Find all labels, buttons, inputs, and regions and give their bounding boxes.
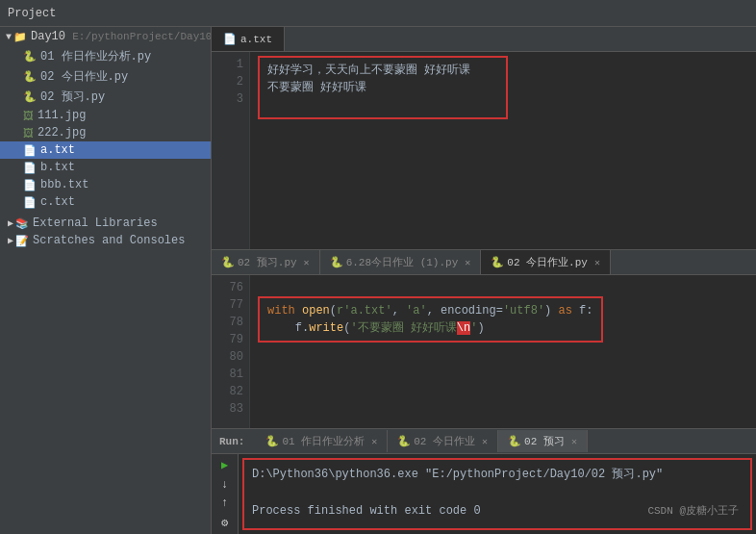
run-header: Run: 🐍 01 作日作业分析 ✕ 🐍 02 今日作业 ✕ 🐍 02 预 [212,429,756,454]
scratches-label: Scratches and Consoles [33,234,185,247]
bottom-code-area[interactable]: with open(r'a.txt', 'a', encoding='utf8'… [250,275,756,428]
bottom-line-numbers: 76 77 78 79 80 81 82 83 [212,275,250,428]
run-tab-yuxi[interactable]: 🐍 02 预习 ✕ [498,430,588,452]
right-area: 📄 a.txt 1 2 3 好好学习，天天向上不要蒙圈 好好听课 不要蒙圈 好好… [212,27,756,534]
tree-item-111jpg[interactable]: 🖼 111.jpg [0,107,211,124]
run-tab-02[interactable]: 🐍 02 今日作业 ✕ [388,430,498,452]
run-watermark: CSDN @皮糖小王子 [647,503,739,521]
tree-item-01py[interactable]: 🐍 01 作日作业分析.py [0,46,211,66]
run-tab-01[interactable]: 🐍 01 作日作业分析 ✕ [256,430,388,452]
item-label-ctxt: c.txt [40,195,75,209]
run-label: Run: [219,436,252,447]
bottom-line-77: with open(r'a.txt', 'a', encoding='utf8'… [267,302,593,319]
tree-item-02yuxi[interactable]: 🐍 02 预习.py [0,87,211,107]
run-tab-01-icon: 🐍 [265,435,279,447]
tab-02jintian[interactable]: 🐍 02 今日作业.py ✕ [481,250,611,274]
run-output: D:\Python36\python36.exe "E:/pythonProje… [242,458,752,530]
run-output-line2 [252,484,743,502]
run-tab-02-icon: 🐍 [397,435,411,447]
top-code-area[interactable]: 好好学习，天天向上不要蒙圈 好好听课 不要蒙圈 好好听课 [250,52,756,249]
root-label: Day10 E:/pythonProject/Day10 [31,30,212,43]
bottom-editor-content: 76 77 78 79 80 81 82 83 with open(r'a.tx… [212,275,756,428]
tab-628-label: 6.28今日作业 (1).py [346,255,459,269]
top-line-3 [267,96,498,114]
top-line-2: 不要蒙圈 好好听课 [267,79,498,96]
item-label-bbbtxt: bbb.txt [40,178,88,191]
tab-yuxi-close[interactable]: ✕ [304,257,310,268]
tree-item-02py[interactable]: 🐍 02 今日作业.py [0,66,211,87]
run-tab-02-close[interactable]: ✕ [482,436,488,447]
tab-atxt-label: a.txt [240,34,272,45]
run-tab-yuxi-close[interactable]: ✕ [571,436,577,447]
tree-item-scratches[interactable]: ▶ 📝 Scratches and Consoles [0,232,211,249]
toolbar: Project [0,0,756,27]
line-num-81: 81 [212,366,243,383]
folder-icon: 📁 [13,31,27,43]
run-output-line1: D:\Python36\python36.exe "E:/pythonProje… [252,466,743,484]
tab-628-icon: 🐍 [330,256,343,268]
run-panel: Run: 🐍 01 作日作业分析 ✕ 🐍 02 今日作业 ✕ 🐍 02 预 [212,428,756,534]
bottom-line-79 [258,343,748,360]
item-label-222jpg: 222.jpg [38,126,86,140]
play-button[interactable]: ▶ [215,458,235,473]
ext-libs-label: External Libraries [33,216,158,230]
sidebar: ▼ 📁 Day10 E:/pythonProject/Day10 🐍 01 作日… [0,27,212,534]
stop-button[interactable]: ⚙ [215,515,235,530]
ext-arrow-icon: ▶ [8,217,13,229]
top-line-1: 好好学习，天天向上不要蒙圈 好好听课 [267,62,498,79]
run-sidebar: ▶ ↓ ↑ ⚙ [212,454,239,534]
tab-628[interactable]: 🐍 6.28今日作业 (1).py ✕ [320,250,482,274]
bottom-line-83 [258,412,748,428]
tree-root[interactable]: ▼ 📁 Day10 E:/pythonProject/Day10 [0,27,211,46]
editor-top-tab-bar: 📄 a.txt [212,27,756,52]
tab-02jintian-label: 02 今日作业.py [507,255,588,269]
up-button[interactable]: ↑ [215,496,235,512]
tab-atxt[interactable]: 📄 a.txt [212,27,285,51]
item-label-01py: 01 作日作业分析.py [40,48,151,64]
line-num-82: 82 [212,383,243,400]
root-name: Day10 [31,30,65,43]
editor-bottom: 🐍 02 预习.py ✕ 🐍 6.28今日作业 (1).py ✕ 🐍 02 今日… [212,250,756,428]
tree-item-atxt[interactable]: 📄 a.txt [0,141,211,159]
bottom-line-76 [258,279,748,296]
line-num-80: 80 [212,348,243,366]
run-tab-02-label: 02 今日作业 [414,434,475,448]
tab-02jintian-icon: 🐍 [491,256,504,268]
tree-item-222jpg[interactable]: 🖼 222.jpg [0,124,211,141]
bottom-tab-bar: 🐍 02 预习.py ✕ 🐍 6.28今日作业 (1).py ✕ 🐍 02 今日… [212,250,756,275]
top-highlight-box: 好好学习，天天向上不要蒙圈 好好听课 不要蒙圈 好好听课 [258,56,508,119]
toolbar-title: Project [8,7,56,20]
root-path: E:/pythonProject/Day10 [72,31,212,42]
run-tab-01-close[interactable]: ✕ [371,436,377,447]
editor-top-content: 1 2 3 好好学习，天天向上不要蒙圈 好好听课 不要蒙圈 好好听课 [212,52,756,249]
txt-icon-c: 📄 [23,196,37,209]
line-num-1: 1 [212,56,243,73]
jpg-icon-111: 🖼 [23,110,34,122]
py-icon-yuxi: 🐍 [23,90,37,103]
editor-top: 📄 a.txt 1 2 3 好好学习，天天向上不要蒙圈 好好听课 不要蒙圈 好好… [212,27,756,250]
line-num-83: 83 [212,400,243,418]
py-icon-01: 🐍 [23,50,37,63]
tree-item-ext-libs[interactable]: ▶ 📚 External Libraries [0,215,211,232]
tab-yuxi-icon: 🐍 [221,256,235,268]
txt-icon-bbb: 📄 [23,179,37,191]
ext-libs-icon: 📚 [15,217,29,230]
scratch-icon: 📝 [15,235,29,247]
tree-item-btxt[interactable]: 📄 b.txt [0,159,211,176]
item-label-111jpg: 111.jpg [38,109,86,122]
tree-item-bbbtxt[interactable]: 📄 bbb.txt [0,176,211,193]
jpg-icon-222: 🖼 [23,127,34,140]
tab-02jintian-close[interactable]: ✕ [594,257,600,268]
tree-item-ctxt[interactable]: 📄 c.txt [0,193,211,211]
item-label-atxt: a.txt [40,143,75,157]
down-button[interactable]: ↓ [215,477,235,493]
top-line-numbers: 1 2 3 [212,52,250,249]
tab-yuxi[interactable]: 🐍 02 预习.py ✕ [212,250,320,274]
line-num-76: 76 [212,279,243,296]
line-num-79: 79 [212,331,243,348]
txt-icon-b: 📄 [23,162,37,174]
line-num-78: 78 [212,314,243,331]
run-tabs: 🐍 01 作日作业分析 ✕ 🐍 02 今日作业 ✕ 🐍 02 预习 ✕ [256,430,588,452]
bottom-line-82 [258,394,748,412]
tab-628-close[interactable]: ✕ [465,257,470,268]
